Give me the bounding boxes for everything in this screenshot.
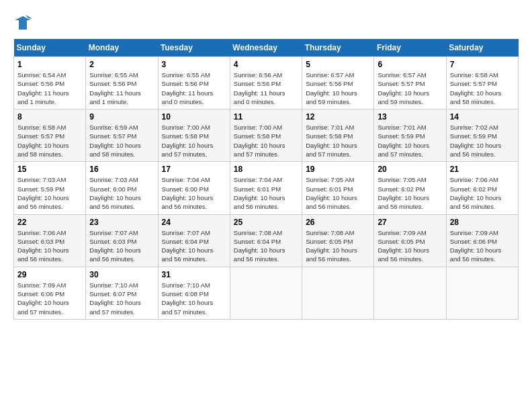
day-number: 4	[234, 60, 298, 69]
day-number: 21	[450, 165, 515, 174]
day-info: Sunrise: 6:54 AM Sunset: 5:56 PM Dayligh…	[17, 71, 82, 106]
day-number: 3	[162, 60, 226, 69]
calendar-cell: 17Sunrise: 7:04 AM Sunset: 6:00 PM Dayli…	[158, 162, 230, 214]
calendar-week-row: 1Sunrise: 6:54 AM Sunset: 5:56 PM Daylig…	[14, 57, 519, 109]
calendar-cell: 10Sunrise: 7:00 AM Sunset: 5:58 PM Dayli…	[158, 109, 230, 162]
logo-bird-icon	[13, 13, 32, 32]
day-number: 15	[17, 165, 82, 174]
day-number: 19	[306, 165, 370, 174]
column-header-monday: Monday	[86, 39, 158, 57]
day-info: Sunrise: 6:58 AM Sunset: 5:57 PM Dayligh…	[450, 71, 515, 106]
calendar-cell: 30Sunrise: 7:10 AM Sunset: 6:07 PM Dayli…	[86, 267, 158, 319]
day-info: Sunrise: 6:56 AM Sunset: 5:56 PM Dayligh…	[234, 71, 298, 106]
day-info: Sunrise: 6:55 AM Sunset: 5:56 PM Dayligh…	[162, 71, 226, 106]
calendar-cell: 15Sunrise: 7:03 AM Sunset: 5:59 PM Dayli…	[14, 162, 86, 214]
calendar-cell: 9Sunrise: 6:59 AM Sunset: 5:57 PM Daylig…	[86, 109, 158, 162]
day-number: 12	[306, 112, 370, 122]
day-info: Sunrise: 7:05 AM Sunset: 6:02 PM Dayligh…	[378, 175, 442, 211]
calendar-cell: 13Sunrise: 7:01 AM Sunset: 5:59 PM Dayli…	[374, 109, 446, 162]
calendar-header-row: SundayMondayTuesdayWednesdayThursdayFrid…	[14, 39, 519, 57]
day-number: 20	[378, 165, 442, 174]
day-number: 30	[89, 270, 154, 279]
day-number: 27	[378, 218, 442, 227]
calendar-cell: 8Sunrise: 6:58 AM Sunset: 5:57 PM Daylig…	[14, 109, 86, 162]
calendar-cell: 6Sunrise: 6:57 AM Sunset: 5:57 PM Daylig…	[374, 57, 446, 109]
calendar-cell: 19Sunrise: 7:05 AM Sunset: 6:01 PM Dayli…	[302, 162, 374, 214]
day-info: Sunrise: 6:55 AM Sunset: 5:56 PM Dayligh…	[89, 71, 154, 106]
day-number: 24	[162, 218, 226, 227]
calendar-cell	[374, 267, 446, 319]
calendar-cell: 28Sunrise: 7:09 AM Sunset: 6:06 PM Dayli…	[446, 214, 518, 267]
day-info: Sunrise: 7:10 AM Sunset: 6:08 PM Dayligh…	[162, 281, 226, 316]
day-number: 28	[450, 218, 515, 227]
calendar-table: SundayMondayTuesdayWednesdayThursdayFrid…	[13, 39, 519, 320]
day-number: 8	[17, 112, 82, 122]
calendar-cell	[446, 267, 518, 319]
calendar-cell: 21Sunrise: 7:06 AM Sunset: 6:02 PM Dayli…	[446, 162, 518, 214]
day-number: 18	[234, 165, 298, 174]
calendar-cell: 4Sunrise: 6:56 AM Sunset: 5:56 PM Daylig…	[230, 57, 302, 109]
day-info: Sunrise: 7:09 AM Sunset: 6:05 PM Dayligh…	[378, 228, 442, 264]
day-number: 29	[17, 270, 82, 279]
day-info: Sunrise: 7:00 AM Sunset: 5:58 PM Dayligh…	[234, 123, 298, 158]
calendar-cell: 14Sunrise: 7:02 AM Sunset: 5:59 PM Dayli…	[446, 109, 518, 162]
column-header-tuesday: Tuesday	[158, 39, 230, 57]
calendar-cell: 31Sunrise: 7:10 AM Sunset: 6:08 PM Dayli…	[158, 267, 230, 319]
day-info: Sunrise: 6:59 AM Sunset: 5:57 PM Dayligh…	[89, 123, 154, 158]
day-number: 2	[89, 60, 154, 69]
calendar-cell: 18Sunrise: 7:04 AM Sunset: 6:01 PM Dayli…	[230, 162, 302, 214]
calendar-cell: 7Sunrise: 6:58 AM Sunset: 5:57 PM Daylig…	[446, 57, 518, 109]
calendar-cell: 5Sunrise: 6:57 AM Sunset: 5:56 PM Daylig…	[302, 57, 374, 109]
calendar-cell: 2Sunrise: 6:55 AM Sunset: 5:56 PM Daylig…	[86, 57, 158, 109]
day-info: Sunrise: 7:03 AM Sunset: 6:00 PM Dayligh…	[89, 175, 154, 211]
day-number: 23	[89, 218, 154, 227]
day-number: 22	[17, 218, 82, 227]
day-info: Sunrise: 7:01 AM Sunset: 5:58 PM Dayligh…	[306, 123, 370, 158]
day-number: 14	[450, 112, 515, 122]
day-info: Sunrise: 7:10 AM Sunset: 6:07 PM Dayligh…	[89, 281, 154, 316]
calendar-cell: 12Sunrise: 7:01 AM Sunset: 5:58 PM Dayli…	[302, 109, 374, 162]
day-info: Sunrise: 7:07 AM Sunset: 6:03 PM Dayligh…	[89, 228, 154, 264]
day-number: 5	[306, 60, 370, 69]
logo	[13, 13, 35, 32]
day-info: Sunrise: 7:03 AM Sunset: 5:59 PM Dayligh…	[17, 175, 82, 211]
column-header-sunday: Sunday	[14, 39, 86, 57]
day-info: Sunrise: 7:09 AM Sunset: 6:06 PM Dayligh…	[17, 281, 82, 316]
calendar-cell: 11Sunrise: 7:00 AM Sunset: 5:58 PM Dayli…	[230, 109, 302, 162]
day-info: Sunrise: 7:09 AM Sunset: 6:06 PM Dayligh…	[450, 228, 515, 264]
column-header-friday: Friday	[374, 39, 446, 57]
calendar-cell: 22Sunrise: 7:06 AM Sunset: 6:03 PM Dayli…	[14, 214, 86, 267]
day-info: Sunrise: 6:58 AM Sunset: 5:57 PM Dayligh…	[17, 123, 82, 158]
calendar-cell: 1Sunrise: 6:54 AM Sunset: 5:56 PM Daylig…	[14, 57, 86, 109]
day-info: Sunrise: 7:05 AM Sunset: 6:01 PM Dayligh…	[306, 175, 370, 211]
calendar-week-row: 8Sunrise: 6:58 AM Sunset: 5:57 PM Daylig…	[14, 109, 519, 162]
day-info: Sunrise: 7:08 AM Sunset: 6:04 PM Dayligh…	[234, 228, 298, 264]
day-number: 10	[162, 112, 226, 122]
day-info: Sunrise: 7:08 AM Sunset: 6:05 PM Dayligh…	[306, 228, 370, 264]
calendar-cell: 23Sunrise: 7:07 AM Sunset: 6:03 PM Dayli…	[86, 214, 158, 267]
day-info: Sunrise: 7:06 AM Sunset: 6:03 PM Dayligh…	[17, 228, 82, 264]
calendar-cell: 25Sunrise: 7:08 AM Sunset: 6:04 PM Dayli…	[230, 214, 302, 267]
calendar-cell: 26Sunrise: 7:08 AM Sunset: 6:05 PM Dayli…	[302, 214, 374, 267]
calendar-cell	[230, 267, 302, 319]
calendar-cell: 3Sunrise: 6:55 AM Sunset: 5:56 PM Daylig…	[158, 57, 230, 109]
day-number: 25	[234, 218, 298, 227]
calendar-week-row: 15Sunrise: 7:03 AM Sunset: 5:59 PM Dayli…	[14, 162, 519, 214]
column-header-saturday: Saturday	[446, 39, 518, 57]
day-info: Sunrise: 7:07 AM Sunset: 6:04 PM Dayligh…	[162, 228, 226, 264]
calendar-cell: 27Sunrise: 7:09 AM Sunset: 6:05 PM Dayli…	[374, 214, 446, 267]
day-info: Sunrise: 7:01 AM Sunset: 5:59 PM Dayligh…	[378, 123, 442, 158]
day-info: Sunrise: 7:04 AM Sunset: 6:00 PM Dayligh…	[162, 175, 226, 211]
calendar-cell: 16Sunrise: 7:03 AM Sunset: 6:00 PM Dayli…	[86, 162, 158, 214]
page-header	[13, 13, 519, 32]
day-number: 7	[450, 60, 515, 69]
day-info: Sunrise: 7:00 AM Sunset: 5:58 PM Dayligh…	[162, 123, 226, 158]
calendar-cell: 24Sunrise: 7:07 AM Sunset: 6:04 PM Dayli…	[158, 214, 230, 267]
day-number: 1	[17, 60, 82, 69]
calendar-cell: 20Sunrise: 7:05 AM Sunset: 6:02 PM Dayli…	[374, 162, 446, 214]
calendar-cell: 29Sunrise: 7:09 AM Sunset: 6:06 PM Dayli…	[14, 267, 86, 319]
day-number: 9	[89, 112, 154, 122]
column-header-thursday: Thursday	[302, 39, 374, 57]
day-number: 17	[162, 165, 226, 174]
column-header-wednesday: Wednesday	[230, 39, 302, 57]
